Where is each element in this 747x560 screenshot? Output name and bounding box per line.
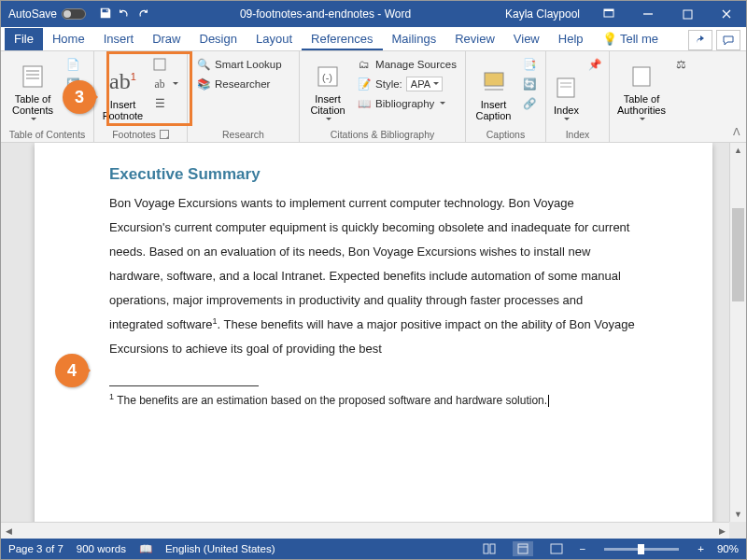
cross-ference-button[interactable]: 🔗 — [519, 94, 540, 113]
scroll-down-icon[interactable]: ▼ — [730, 507, 746, 522]
zoom-in-button[interactable]: + — [698, 543, 704, 554]
insert-citation-label: Insert Citation — [310, 93, 345, 117]
proofing-icon[interactable]: 📖 — [139, 542, 152, 555]
insert-caption-button[interactable]: Insert Caption — [472, 55, 515, 124]
zoom-knob[interactable] — [638, 544, 644, 554]
next-footnote-button[interactable]: ab — [149, 75, 181, 93]
tab-tellme[interactable]: 💡 Tell me — [593, 28, 669, 50]
bibliography-button[interactable]: 📖Bibliography — [354, 94, 459, 113]
footnote-text: The benefits are an estimation based on … — [114, 394, 547, 407]
index-button[interactable]: Index — [552, 55, 581, 124]
vertical-scrollbar[interactable]: ▲ ▼ — [729, 143, 746, 522]
tab-file[interactable]: File — [5, 28, 43, 50]
zoom-out-button[interactable]: − — [580, 543, 586, 554]
scroll-left-icon[interactable]: ◀ — [1, 523, 16, 539]
svg-rect-19 — [518, 544, 528, 553]
manage-sources-label: Manage Sources — [375, 59, 457, 70]
cross-ref-icon: 🔗 — [522, 96, 537, 111]
tab-layout[interactable]: Layout — [247, 28, 302, 50]
group-label-index: Index — [552, 127, 603, 140]
share-button[interactable] — [688, 30, 712, 50]
tab-help[interactable]: Help — [549, 28, 593, 50]
minimize-icon[interactable] — [628, 1, 668, 27]
ribbon-options-icon[interactable] — [589, 1, 628, 27]
group-label-toc: Table of Contents — [7, 127, 88, 140]
redo-icon[interactable] — [136, 7, 149, 22]
document-page[interactable]: Executive Summary Bon Voyage Excursions … — [35, 143, 712, 539]
style-icon: 📝 — [357, 77, 372, 91]
table-of-contents-button[interactable]: Table of Contents — [7, 55, 59, 124]
insert-endnote-button[interactable] — [149, 55, 181, 74]
researcher-label: Researcher — [215, 78, 270, 90]
maximize-icon[interactable] — [668, 1, 707, 27]
add-text-button[interactable]: 📄 — [63, 55, 83, 74]
bibliography-label: Bibliography — [375, 98, 434, 109]
footnotes-launcher[interactable] — [160, 130, 169, 139]
scroll-up-icon[interactable]: ▲ — [730, 143, 746, 158]
tab-home[interactable]: Home — [43, 28, 94, 50]
status-page[interactable]: Page 3 of 7 — [8, 543, 63, 554]
table-of-authorities-button[interactable]: Table of Authorities — [615, 55, 668, 124]
read-mode-icon[interactable] — [479, 541, 500, 556]
insert-citation-button[interactable]: (-) Insert Citation — [305, 55, 350, 124]
style-selector[interactable]: 📝Style: APA — [354, 75, 459, 93]
bibliography-icon: 📖 — [357, 96, 372, 111]
smart-lookup-button[interactable]: 🔍Smart Lookup — [193, 55, 285, 74]
tab-references[interactable]: References — [302, 28, 382, 50]
group-label-captions: Captions — [472, 127, 540, 140]
svg-rect-8 — [154, 59, 165, 70]
insert-tof-button[interactable]: 📑 — [519, 55, 540, 74]
group-authorities: Table of Authorities ⚖ — [610, 51, 694, 142]
show-notes-button[interactable]: ☰ — [149, 94, 181, 113]
print-layout-icon[interactable] — [513, 541, 533, 556]
smart-lookup-icon: 🔍 — [196, 57, 211, 72]
researcher-icon: 📚 — [196, 77, 211, 91]
tab-draw[interactable]: Draw — [143, 28, 190, 50]
endnote-icon — [152, 57, 167, 72]
status-words[interactable]: 900 words — [77, 543, 126, 554]
close-icon[interactable] — [707, 1, 746, 27]
index-label: Index — [554, 105, 579, 117]
update-tof-button[interactable]: 🔄 — [519, 75, 540, 93]
zoom-slider[interactable] — [604, 548, 679, 551]
comments-button[interactable] — [716, 30, 740, 50]
mark-citation-button[interactable]: ⚖ — [671, 55, 692, 74]
tab-insert[interactable]: Insert — [94, 28, 144, 50]
autosave-toggle[interactable]: AutoSave — [1, 7, 93, 21]
status-language[interactable]: English (United States) — [165, 543, 275, 554]
tab-view[interactable]: View — [504, 28, 549, 50]
tab-review[interactable]: Review — [445, 28, 504, 50]
tab-design[interactable]: Design — [190, 28, 247, 50]
scroll-thumb[interactable] — [732, 208, 744, 301]
insert-footnote-label: Insert Footnote — [103, 99, 143, 122]
horizontal-scrollbar[interactable]: ◀ ▶ — [1, 522, 729, 539]
style-value[interactable]: APA — [406, 77, 443, 91]
show-notes-icon: ☰ — [152, 96, 167, 111]
user-name[interactable]: Kayla Claypool — [496, 7, 589, 21]
toc-icon — [20, 60, 46, 93]
svg-rect-21 — [551, 544, 562, 553]
scroll-right-icon[interactable]: ▶ — [714, 523, 729, 539]
svg-text:(-): (-) — [322, 72, 332, 83]
undo-icon[interactable] — [118, 7, 131, 22]
tellme-label: Tell me — [620, 32, 658, 46]
group-citations: (-) Insert Citation 🗂Manage Sources 📝Sty… — [300, 51, 466, 142]
manage-sources-icon: 🗂 — [357, 57, 372, 72]
mark-entry-button[interactable]: 📌 — [585, 55, 605, 74]
group-label-authorities — [615, 127, 688, 140]
insert-footnote-button[interactable]: ab1 Insert Footnote — [100, 55, 146, 124]
tab-mailings[interactable]: Mailings — [383, 28, 446, 50]
zoom-level[interactable]: 90% — [717, 543, 739, 554]
group-label-research: Research — [193, 127, 293, 140]
footnote-1[interactable]: 1 The benefits are an estimation based o… — [109, 392, 638, 407]
manage-sources-button[interactable]: 🗂Manage Sources — [354, 55, 459, 74]
svg-rect-4 — [23, 66, 42, 87]
footnote-separator — [109, 385, 259, 386]
collapse-ribbon-icon[interactable]: ᐱ — [733, 126, 740, 138]
web-layout-icon[interactable] — [546, 541, 567, 556]
update-tof-icon: 🔄 — [522, 77, 537, 91]
save-icon[interactable] — [99, 7, 112, 22]
researcher-button[interactable]: 📚Researcher — [193, 75, 285, 93]
group-label-citations: Citations & Bibliography — [305, 127, 459, 140]
title-bar: AutoSave 09-footnotes-and-endnotes - Wor… — [1, 1, 746, 27]
